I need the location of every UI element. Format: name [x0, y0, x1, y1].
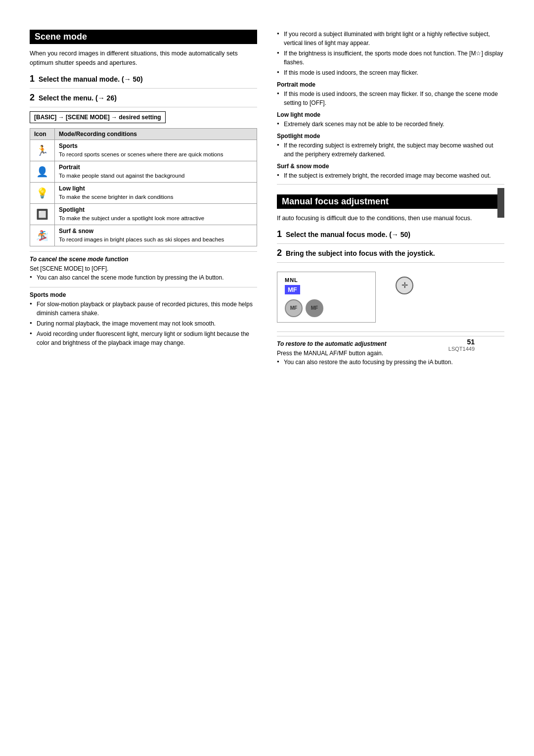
sports-mode-cell: Sports To record sports scenes or scenes… [55, 140, 257, 161]
lowlight-note-section: Low light mode Extremely dark scenes may… [277, 111, 504, 129]
step-2-label: Select the menu. [39, 94, 93, 102]
portrait-note-heading: Portrait mode [277, 81, 504, 88]
sports-mode-section: Sports mode For slow-motion playback or … [30, 291, 257, 347]
surf-mode-desc: To record images in bright places such a… [59, 236, 224, 242]
page-number: 51 [448, 338, 475, 346]
manual-focus-intro: If auto focusing is difficult due to the… [277, 214, 504, 223]
portrait-mode-name: Portrait [59, 164, 253, 171]
step-2-number: 2 [30, 93, 35, 102]
page-footer: 51 LSQT1449 [448, 338, 475, 352]
sports-mode-name: Sports [59, 142, 253, 149]
mf-divider-3 [277, 331, 504, 332]
step-1-label: Select the manual mode. [39, 75, 120, 83]
cancel-note-text: Set [SCENE MODE] to [OFF]. [30, 264, 257, 273]
portrait-note-bullet: If this mode is used indoors, the screen… [277, 90, 504, 107]
sports-mode-desc: To record sports scenes or scenes where … [59, 151, 223, 157]
spotlight-note-bullet: If the recording subject is extremely br… [277, 141, 504, 159]
scene-mode-title: Scene mode [30, 30, 257, 44]
right-column: If you record a subject illuminated with… [277, 30, 504, 372]
page-code: LSQT1449 [448, 346, 475, 352]
sports-bullet-2: During normal playback, the image moveme… [30, 319, 257, 328]
mf-step-1-ref-val: → 50 [392, 231, 408, 238]
mf-step-2: 2 Bring the subject into focus with the … [277, 248, 504, 258]
step-2: 2 Select the menu. (→ 26) [30, 93, 257, 103]
portrait-mode-desc: To make people stand out against the bac… [59, 173, 184, 179]
right-top-bullets: If you record a subject illuminated with… [277, 30, 504, 77]
table-header-icon: Icon [30, 128, 55, 140]
step-1: 1 Select the manual mode. (→ 50) [30, 74, 257, 84]
mf-left-button: MF [285, 299, 303, 317]
mf-mnl-label: MNL [285, 277, 368, 283]
mf-step-1-number: 1 [277, 229, 282, 239]
cancel-note: To cancel the scene mode function Set [S… [30, 251, 257, 282]
page-content: Scene mode When you record images in dif… [30, 30, 504, 372]
sports-icon: 🏃 [36, 145, 48, 156]
mf-display-box: MNL MF MF MF [277, 272, 376, 323]
surf-note-heading: Surf & snow mode [277, 163, 504, 170]
sports-icon-cell: 🏃 [30, 140, 55, 161]
portrait-mode-cell: Portrait To make people stand out agains… [55, 161, 257, 182]
mf-joystick-icon [396, 277, 413, 294]
table-row: 🔲 Spotlight To make the subject under a … [30, 203, 257, 225]
lowlight-mode-name: Low light [59, 185, 253, 192]
spotlight-mode-desc: To make the subject under a spotlight lo… [59, 215, 204, 221]
lowlight-mode-desc: To make the scene brighter in dark condi… [59, 194, 173, 200]
mf-step-1-label: Select the manual focus mode. [286, 231, 387, 238]
divider-2 [30, 107, 257, 107]
mf-indicator: MF [285, 285, 300, 294]
table-row: 🏃 Sports To record sports scenes or scen… [30, 140, 257, 161]
table-row: 💡 Low light To make the scene brighter i… [30, 182, 257, 203]
surf-icon: 🏂 [36, 230, 48, 241]
spotlight-note-section: Spotlight mode If the recording subject … [277, 133, 504, 159]
right-bullet-3: If this mode is used indoors, the screen… [277, 68, 504, 77]
surf-icon-cell: 🏂 [30, 225, 55, 246]
mf-divider-2 [277, 262, 504, 263]
mode-table: Icon Mode/Recording conditions 🏃 Sports … [30, 128, 257, 246]
table-row: 🏂 Surf & snow To record images in bright… [30, 225, 257, 246]
mf-right-button: MF [306, 299, 323, 317]
divider-1 [30, 88, 257, 89]
lowlight-icon-cell: 💡 [30, 182, 55, 203]
restore-note-bullet: You can also restore the auto focusing b… [277, 358, 504, 367]
lowlight-note-heading: Low light mode [277, 111, 504, 118]
manual-focus-title: Manual focus adjustment [277, 194, 504, 209]
mf-step-2-number: 2 [277, 248, 282, 258]
mf-joystick-container [386, 267, 413, 294]
page-wrapper: Scene mode When you record images in dif… [30, 30, 504, 372]
divider-3 [30, 287, 257, 287]
surf-note-section: Surf & snow mode If the subject is extre… [277, 163, 504, 180]
sports-mode-heading: Sports mode [30, 291, 257, 298]
right-bullet-2: If the brightness is insufficient, the s… [277, 49, 504, 67]
sports-bullet-3: Avoid recording under fluorescent light,… [30, 330, 257, 347]
left-column: Scene mode When you record images in dif… [30, 30, 257, 372]
setting-box: [BASIC] → [SCENE MODE] → desired setting [30, 111, 166, 123]
divider-right-1 [277, 184, 504, 185]
spotlight-icon-cell: 🔲 [30, 203, 55, 225]
table-row: 👤 Portrait To make people stand out agai… [30, 161, 257, 182]
cancel-note-bullet: You can also cancel the scene mode funct… [30, 273, 257, 282]
mf-left-label: MF [290, 305, 297, 311]
scene-mode-intro: When you record images in different situ… [30, 49, 257, 68]
surf-mode-cell: Surf & snow To record images in bright p… [55, 225, 257, 246]
lowlight-icon: 💡 [36, 188, 48, 198]
mf-right-label: MF [311, 305, 318, 311]
step-1-number: 1 [30, 74, 35, 84]
mf-step-2-label: Bring the subject into focus with the jo… [286, 249, 435, 257]
table-header-mode: Mode/Recording conditions [55, 128, 257, 140]
spotlight-mode-cell: Spotlight To make the subject under a sp… [55, 203, 257, 225]
cancel-note-title: To cancel the scene mode function [30, 256, 257, 263]
right-bullet-1: If you record a subject illuminated with… [277, 30, 504, 47]
mf-icons-row: MF MF [285, 299, 368, 317]
spotlight-icon: 🔲 [36, 209, 48, 220]
step-1-ref-val: → 50 [124, 75, 140, 83]
spotlight-mode-name: Spotlight [59, 206, 253, 213]
mf-divider-1 [277, 243, 504, 244]
portrait-note-section: Portrait mode If this mode is used indoo… [277, 81, 504, 107]
section-tab [497, 188, 504, 218]
mf-step-1: 1 Select the manual focus mode. (→ 50) [277, 229, 504, 239]
portrait-icon-cell: 👤 [30, 161, 55, 182]
surf-mode-name: Surf & snow [59, 228, 253, 235]
mf-display-row: MNL MF MF MF [277, 267, 504, 328]
step-2-ref-val: → 26 [98, 94, 114, 102]
spotlight-note-heading: Spotlight mode [277, 133, 504, 140]
